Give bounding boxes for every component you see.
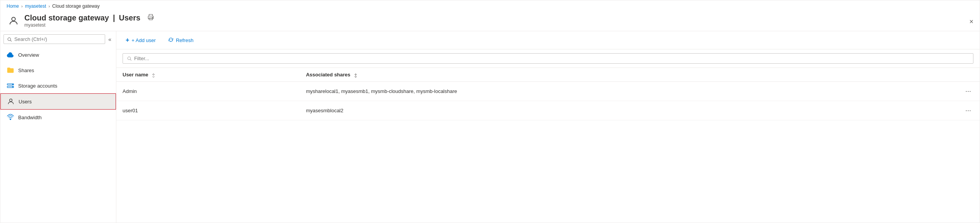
sidebar-item-users-label: Users bbox=[19, 99, 32, 105]
table-cell-username: user01 bbox=[116, 101, 300, 120]
sort-icon-associated-shares[interactable] bbox=[353, 73, 358, 78]
header-separator: | bbox=[113, 14, 115, 22]
header-subtitle: myasetest bbox=[24, 22, 154, 28]
svg-point-11 bbox=[10, 119, 11, 120]
search-icon bbox=[7, 37, 12, 42]
table-cell-actions: ··· bbox=[956, 82, 980, 101]
column-header-associated-shares: Associated shares bbox=[300, 68, 956, 82]
header-avatar-icon bbox=[7, 14, 20, 28]
storage-icon bbox=[7, 82, 14, 90]
row-more-button[interactable]: ··· bbox=[963, 86, 973, 96]
sort-icon-username[interactable] bbox=[151, 73, 156, 78]
sidebar-item-bandwidth-label: Bandwidth bbox=[18, 115, 42, 120]
filter-input[interactable] bbox=[134, 56, 969, 61]
table-row: user01myasesmblocal2··· bbox=[116, 101, 980, 120]
svg-point-0 bbox=[12, 17, 15, 20]
header-section-name: Users bbox=[119, 14, 141, 22]
table-cell-associated-shares: myasesmblocal2 bbox=[300, 101, 956, 120]
add-user-label: + Add user bbox=[131, 37, 156, 43]
breadcrumb-current: Cloud storage gateway bbox=[52, 3, 100, 9]
svg-point-3 bbox=[152, 17, 153, 18]
svg-line-5 bbox=[10, 40, 12, 41]
plus-icon: + bbox=[126, 37, 129, 44]
svg-point-9 bbox=[12, 87, 13, 88]
users-table-body: Adminmysharelocal1, myasesmb1, mysmb-clo… bbox=[116, 82, 980, 120]
svg-point-12 bbox=[128, 57, 131, 60]
table-cell-associated-shares: mysharelocal1, myasesmb1, mysmb-cloudsha… bbox=[300, 82, 956, 101]
close-button[interactable]: × bbox=[969, 17, 973, 25]
add-user-button[interactable]: + + Add user bbox=[123, 35, 159, 45]
filter-row bbox=[116, 49, 980, 68]
users-table: User name Associate bbox=[116, 68, 980, 120]
sidebar: « Overview Shares bbox=[0, 31, 116, 223]
sidebar-item-shares-label: Shares bbox=[18, 68, 34, 73]
breadcrumb: Home › myasetest › Cloud storage gateway bbox=[0, 0, 980, 12]
svg-line-13 bbox=[130, 59, 131, 61]
breadcrumb-sep-2: › bbox=[48, 4, 50, 8]
filter-search-icon bbox=[127, 56, 132, 61]
column-header-username: User name bbox=[116, 68, 300, 82]
table-cell-actions: ··· bbox=[956, 101, 980, 120]
sidebar-search-row: « bbox=[0, 31, 116, 47]
sidebar-item-overview[interactable]: Overview bbox=[0, 47, 116, 63]
refresh-icon bbox=[168, 37, 174, 44]
sidebar-item-bandwidth[interactable]: Bandwidth bbox=[0, 110, 116, 125]
table-cell-username: Admin bbox=[116, 82, 300, 101]
header-title-block: Cloud storage gateway | Users myasetest bbox=[24, 14, 154, 28]
sidebar-item-overview-label: Overview bbox=[18, 52, 39, 58]
folder-icon bbox=[7, 66, 14, 74]
svg-point-4 bbox=[8, 37, 11, 41]
svg-point-8 bbox=[12, 84, 13, 85]
filter-box bbox=[123, 53, 973, 64]
user-icon bbox=[7, 98, 15, 105]
sidebar-collapse-button[interactable]: « bbox=[107, 35, 113, 44]
breadcrumb-sep-1: › bbox=[21, 4, 23, 8]
toolbar: + + Add user Refresh bbox=[116, 31, 980, 49]
search-box bbox=[3, 34, 105, 44]
header-resource-name: Cloud storage gateway bbox=[24, 14, 109, 22]
cloud-icon bbox=[7, 51, 14, 59]
refresh-button[interactable]: Refresh bbox=[165, 35, 197, 45]
print-icon[interactable] bbox=[147, 14, 154, 22]
breadcrumb-myasetest[interactable]: myasetest bbox=[25, 3, 46, 9]
header-title: Cloud storage gateway | Users bbox=[24, 14, 154, 22]
main-layout: « Overview Shares bbox=[0, 31, 980, 223]
refresh-label: Refresh bbox=[176, 37, 194, 43]
users-table-container: User name Associate bbox=[116, 68, 980, 223]
sidebar-item-users[interactable]: Users bbox=[0, 93, 116, 110]
table-row: Adminmysharelocal1, myasesmb1, mysmb-clo… bbox=[116, 82, 980, 101]
wifi-icon bbox=[7, 113, 14, 121]
column-header-actions bbox=[956, 68, 980, 82]
breadcrumb-home[interactable]: Home bbox=[7, 3, 19, 9]
row-more-button[interactable]: ··· bbox=[963, 106, 973, 115]
page-header: Cloud storage gateway | Users myasetest … bbox=[0, 12, 980, 31]
table-header-row: User name Associate bbox=[116, 68, 980, 82]
sidebar-item-storage-accounts[interactable]: Storage accounts bbox=[0, 78, 116, 93]
sidebar-item-shares[interactable]: Shares bbox=[0, 63, 116, 78]
search-input[interactable] bbox=[14, 36, 102, 42]
svg-point-10 bbox=[10, 99, 12, 101]
content-area: + + Add user Refresh bbox=[116, 31, 980, 223]
app-container: Home › myasetest › Cloud storage gateway… bbox=[0, 0, 980, 223]
sidebar-item-storage-accounts-label: Storage accounts bbox=[18, 83, 57, 89]
